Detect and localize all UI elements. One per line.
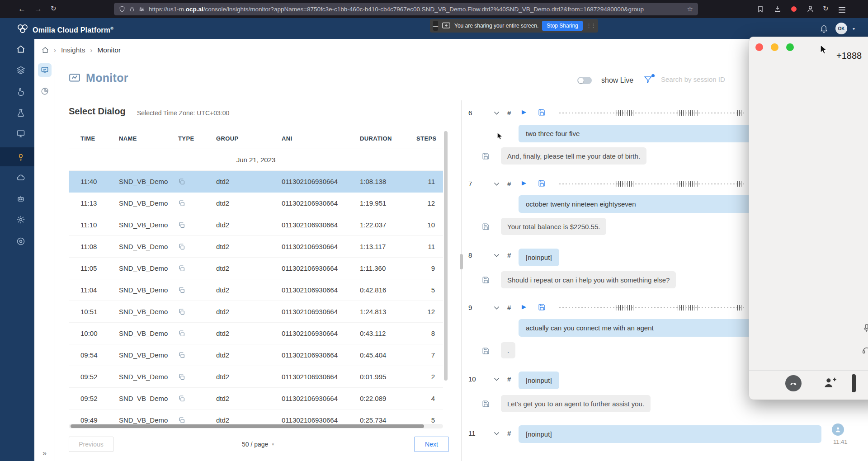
- save-audio-icon[interactable]: [538, 108, 546, 116]
- system-save-icon[interactable]: [482, 347, 490, 355]
- pane-divider-handle[interactable]: [460, 254, 463, 269]
- breadcrumb-home-icon[interactable]: [42, 47, 49, 54]
- download-icon[interactable]: [774, 5, 781, 13]
- table-vertical-scrollbar[interactable]: [444, 131, 448, 381]
- chevron-down-icon[interactable]: [494, 111, 500, 115]
- hash-icon[interactable]: #: [507, 375, 511, 383]
- system-save-icon[interactable]: [482, 223, 490, 230]
- forward-icon[interactable]: →: [34, 5, 42, 13]
- previous-page-button[interactable]: Previous: [69, 437, 113, 452]
- sidebar-expand-icon[interactable]: »: [34, 449, 55, 457]
- chevron-down-icon[interactable]: [494, 377, 500, 381]
- shield-icon[interactable]: [119, 6, 125, 12]
- timezone-note: Selected Time Zone: UTC+03:00: [137, 109, 229, 117]
- system-save-icon[interactable]: [482, 152, 490, 160]
- url-text: https://us1-m.ocp.ai/console/insights/mo…: [149, 6, 683, 13]
- play-audio-button[interactable]: ▶: [522, 303, 526, 310]
- system-prompt-bubble: Should i repeat or can i help you with s…: [501, 271, 676, 288]
- sidebar-item-flask[interactable]: [16, 108, 25, 118]
- dialog-type-icon: [178, 330, 216, 337]
- hash-icon[interactable]: #: [507, 429, 511, 437]
- scrollbar-thumb[interactable]: [71, 424, 424, 428]
- pocket-icon[interactable]: [757, 5, 764, 13]
- table-row[interactable]: 09:52SND_VB_Demo dtd2011302106930664 0:0…: [69, 366, 443, 388]
- table-row[interactable]: 11:13SND_VB_Demo dtd2011302106930664 1:1…: [69, 193, 443, 214]
- search-input[interactable]: [661, 72, 760, 86]
- menu-icon[interactable]: [839, 6, 845, 14]
- table-row[interactable]: 11:05SND_VB_Demo dtd2011302106930664 1:1…: [69, 258, 443, 279]
- table-row[interactable]: 11:08SND_VB_Demo dtd2011302106930664 1:1…: [69, 236, 443, 258]
- permissions-icon[interactable]: [139, 6, 145, 12]
- breadcrumb-insights[interactable]: Insights: [61, 46, 85, 54]
- subnav-monitor-icon[interactable]: [38, 63, 52, 77]
- chevron-down-icon[interactable]: [494, 182, 500, 186]
- next-page-button[interactable]: Next: [414, 437, 449, 452]
- sidebar-item-insights-bulb[interactable]: [16, 152, 25, 161]
- chevron-down-icon[interactable]: [494, 306, 500, 310]
- table-row[interactable]: 11:04SND_VB_Demo dtd2011302106930664 0:4…: [69, 279, 443, 301]
- sync-icon[interactable]: ↻: [823, 5, 829, 12]
- system-save-icon[interactable]: [482, 400, 490, 408]
- microphone-icon[interactable]: [862, 323, 868, 333]
- minimize-banner-button[interactable]: —: [433, 21, 438, 31]
- sidebar-item-touch[interactable]: [16, 87, 25, 96]
- secondary-sidebar: »: [34, 61, 55, 461]
- banner-grip-icon[interactable]: ⋮⋮: [586, 23, 595, 29]
- reload-icon[interactable]: ↻: [51, 5, 57, 12]
- dialog-type-icon: [178, 395, 216, 402]
- url-bar[interactable]: https://us1-m.ocp.ai/console/insights/mo…: [114, 3, 698, 15]
- play-audio-button[interactable]: ▶: [522, 179, 526, 186]
- avatar-caret-icon[interactable]: ▾: [853, 26, 855, 31]
- show-live-toggle[interactable]: [577, 77, 592, 84]
- primary-sidebar: [0, 39, 34, 461]
- bell-icon[interactable]: [820, 24, 828, 33]
- sidebar-item-layers[interactable]: [16, 66, 25, 75]
- sidebar-item-screens[interactable]: [16, 129, 25, 138]
- table-row[interactable]: 10:51SND_VB_Demo dtd2011302106930664 1:2…: [69, 301, 443, 323]
- sidebar-item-disc[interactable]: [16, 237, 25, 246]
- sidebar-item-bot[interactable]: [16, 194, 25, 203]
- chevron-down-icon[interactable]: [494, 432, 500, 436]
- window-zoom-button[interactable]: [786, 43, 794, 51]
- hash-icon[interactable]: #: [507, 109, 511, 117]
- screen-share-banner: — You are sharing your entire screen. St…: [430, 19, 598, 33]
- avatar[interactable]: OK: [835, 23, 847, 34]
- back-icon[interactable]: ←: [18, 5, 26, 13]
- page-size-select[interactable]: 50 / page ▾: [242, 437, 274, 452]
- dialog-type-icon: [178, 221, 216, 229]
- col-time: TIME: [80, 135, 119, 142]
- recording-icon[interactable]: [791, 6, 797, 12]
- account-icon[interactable]: [807, 5, 814, 13]
- window-close-button[interactable]: [755, 43, 763, 51]
- subnav-reports-pie-icon[interactable]: [41, 87, 49, 95]
- headset-icon[interactable]: [862, 345, 868, 355]
- table-row[interactable]: 09:49SND_VB_Demo dtd2011302106930664 0:2…: [69, 409, 443, 425]
- table-row[interactable]: 09:52SND_VB_Demo dtd2011302106930664 0:2…: [69, 388, 443, 409]
- table-horizontal-scrollbar[interactable]: [69, 424, 443, 428]
- hash-icon[interactable]: #: [507, 251, 511, 259]
- bookmark-star-icon[interactable]: ☆: [687, 5, 693, 13]
- hash-icon[interactable]: #: [507, 180, 511, 188]
- chevron-down-icon[interactable]: [494, 254, 500, 258]
- hangup-call-button[interactable]: [785, 375, 802, 391]
- play-audio-button[interactable]: ▶: [522, 108, 526, 115]
- softphone-handle-bar[interactable]: [852, 374, 856, 392]
- sidebar-item-cloud[interactable]: [16, 173, 25, 182]
- table-row[interactable]: 11:40SND_VB_Demo dtd2011302106930664 1:0…: [69, 171, 443, 193]
- save-audio-icon[interactable]: [538, 303, 546, 311]
- add-participant-button[interactable]: [823, 376, 837, 389]
- table-row[interactable]: 09:54SND_VB_Demo dtd2011302106930664 0:4…: [69, 344, 443, 366]
- breadcrumb-separator: ›: [54, 46, 56, 54]
- sidebar-item-home[interactable]: [16, 45, 25, 54]
- system-prompt-bubble: Your total balance is $2250.55.: [501, 218, 606, 235]
- sidebar-item-settings-gear[interactable]: [16, 215, 25, 224]
- stop-sharing-button[interactable]: Stop Sharing: [542, 21, 582, 31]
- filter-funnel-icon[interactable]: [644, 75, 652, 84]
- system-save-icon[interactable]: [482, 276, 490, 284]
- table-row[interactable]: 10:00SND_VB_Demo dtd2011302106930664 0:4…: [69, 323, 443, 344]
- hash-icon[interactable]: #: [507, 304, 511, 311]
- dialog-type-icon: [178, 200, 216, 207]
- save-audio-icon[interactable]: [538, 179, 546, 187]
- window-minimize-button[interactable]: [771, 43, 778, 51]
- table-row[interactable]: 11:10SND_VB_Demo dtd2011302106930664 1:2…: [69, 214, 443, 236]
